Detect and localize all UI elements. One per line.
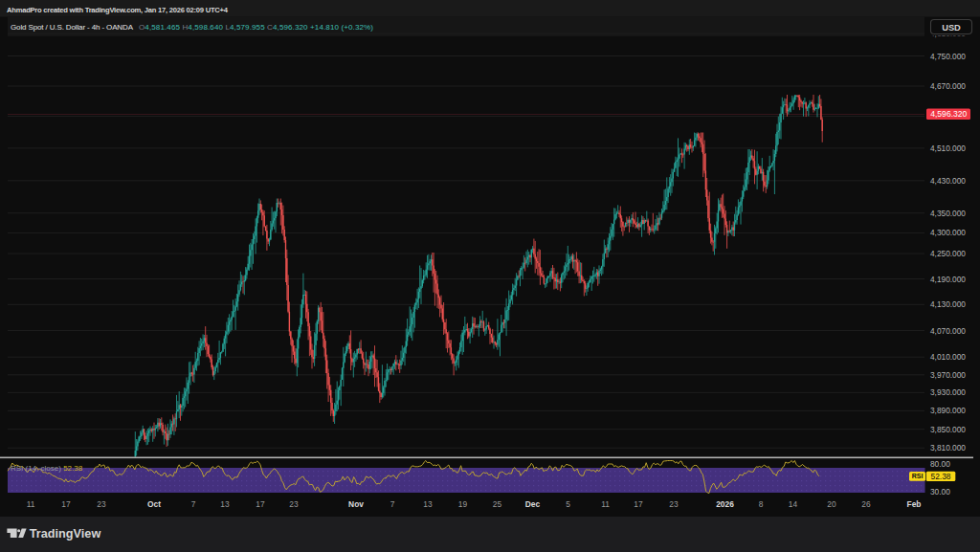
svg-text:Dec: Dec: [525, 499, 541, 509]
svg-text:5: 5: [566, 499, 570, 509]
svg-text:23: 23: [669, 499, 679, 509]
svg-text:23: 23: [289, 499, 299, 509]
svg-text:13: 13: [220, 499, 230, 509]
svg-text:4,750.000: 4,750.000: [930, 52, 966, 61]
svg-text:26: 26: [861, 499, 871, 509]
svg-text:3,890.000: 3,890.000: [930, 406, 966, 415]
svg-text:RSI: RSI: [912, 473, 924, 479]
svg-text:4,130.000: 4,130.000: [930, 299, 966, 309]
svg-text:4,430.000: 4,430.000: [930, 176, 966, 186]
svg-text:3,930.000: 3,930.000: [930, 387, 966, 397]
svg-text:Nov: Nov: [348, 499, 364, 509]
svg-text:11: 11: [27, 499, 35, 509]
svg-text:4,300.000: 4,300.000: [930, 228, 966, 237]
svg-text:8: 8: [759, 499, 764, 509]
svg-text:14: 14: [789, 499, 798, 509]
svg-text:4,250.000: 4,250.000: [930, 249, 966, 258]
svg-text:4,070.000: 4,070.000: [930, 326, 966, 336]
svg-text:30.00: 30.00: [930, 487, 950, 497]
svg-text:23: 23: [97, 499, 106, 509]
svg-text:4,010.000: 4,010.000: [930, 352, 966, 362]
svg-text:USD: USD: [942, 23, 961, 33]
svg-text:TradingView: TradingView: [30, 527, 101, 541]
svg-text:4,350.000: 4,350.000: [930, 209, 966, 218]
svg-text:O4,581.465 H4,598.640 L4,579.9: O4,581.465 H4,598.640 L4,579.955 C4,596.…: [139, 23, 373, 32]
svg-text:17: 17: [256, 499, 265, 509]
svg-text:3,810.000: 3,810.000: [930, 443, 966, 453]
svg-text:17: 17: [634, 499, 643, 509]
svg-text:Feb: Feb: [907, 499, 922, 509]
svg-text:4,510.000: 4,510.000: [930, 144, 966, 153]
svg-text:Oct: Oct: [147, 499, 161, 509]
svg-text:4,596.320: 4,596.320: [930, 109, 967, 119]
svg-text:RSI (14, close) 52.38: RSI (14, close) 52.38: [11, 464, 83, 473]
svg-text:19: 19: [458, 499, 468, 509]
svg-text:2026: 2026: [716, 499, 734, 509]
svg-text:52.38: 52.38: [931, 472, 951, 481]
svg-text:11: 11: [601, 499, 610, 509]
svg-text:3,970.000: 3,970.000: [930, 370, 966, 380]
svg-text:4,190.000: 4,190.000: [930, 275, 966, 284]
svg-text:80.00: 80.00: [930, 459, 950, 469]
svg-text:4,670.000: 4,670.000: [930, 81, 966, 91]
svg-text:3,850.000: 3,850.000: [930, 425, 966, 434]
svg-text:25: 25: [493, 499, 502, 509]
svg-text:AhmadPro created with TradingV: AhmadPro created with TradingView.com, J…: [7, 6, 229, 14]
svg-text:17: 17: [61, 499, 71, 509]
svg-text:13: 13: [423, 499, 433, 509]
svg-text:20: 20: [827, 499, 836, 509]
svg-text:7: 7: [390, 499, 395, 509]
svg-text:7: 7: [191, 499, 196, 509]
svg-text:Gold Spot / U.S. Dollar - 4h -: Gold Spot / U.S. Dollar - 4h - OANDA: [11, 23, 134, 32]
